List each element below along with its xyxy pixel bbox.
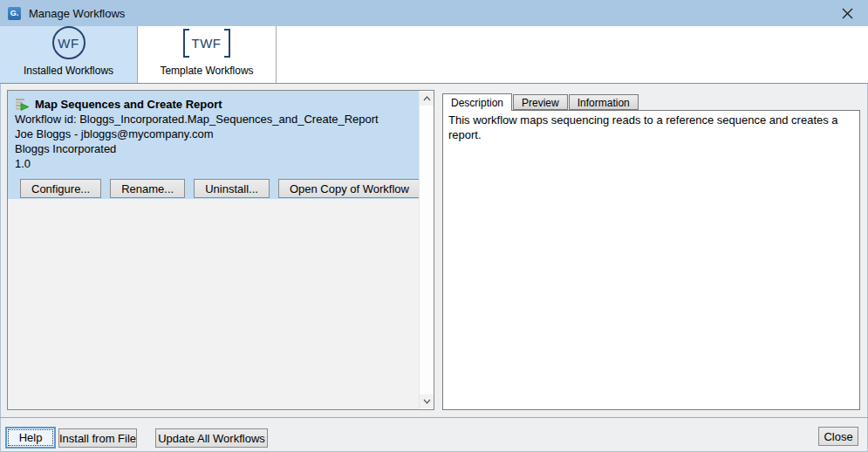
list-scrollbar[interactable] [419, 91, 434, 409]
scroll-up-icon[interactable] [420, 92, 434, 106]
rename-button[interactable]: Rename... [110, 179, 185, 198]
install-from-file-button[interactable]: Install from File [58, 428, 137, 448]
workflow-list-item-selected[interactable]: Map Sequences and Create Report Workflow… [8, 91, 419, 199]
details-panel: Description Preview Information This wor… [442, 93, 860, 410]
update-all-workflows-button[interactable]: Update All Workflows [155, 428, 268, 448]
template-workflows-icon: TWF [183, 26, 231, 59]
configure-button[interactable]: Configure... [20, 179, 101, 198]
workflow-author-line: Joe Bloggs - jbloggs@mycompany.com [15, 127, 412, 141]
manage-workflows-dialog: G. Manage Workflows WF Installed Workflo… [0, 0, 868, 452]
tab-description[interactable]: Description [442, 93, 512, 111]
workflow-icon [15, 98, 30, 111]
tab-information[interactable]: Information [569, 94, 639, 110]
description-text: This workflow maps sequencing reads to a… [442, 110, 860, 410]
installed-workflows-icon: WF [52, 26, 85, 59]
workbench-app-icon: G. [8, 7, 21, 20]
titlebar: G. Manage Workflows [0, 0, 868, 26]
close-button[interactable]: Close [818, 427, 858, 446]
help-button[interactable]: Help [5, 427, 56, 449]
details-tabbar: Description Preview Information [442, 93, 860, 110]
workflow-name: Map Sequences and Create Report [35, 98, 222, 111]
tab-template-workflows[interactable]: TWF Template Workflows [137, 26, 277, 83]
scroll-down-icon[interactable] [420, 394, 434, 408]
bracket-right [224, 29, 230, 58]
tab-label: Installed Workflows [24, 65, 113, 77]
twf-icon-text: TWF [189, 36, 225, 51]
main-tabstrip: WF Installed Workflows TWF Template Work… [0, 26, 868, 84]
workflow-list: Map Sequences and Create Report Workflow… [8, 91, 419, 409]
tab-label: Template Workflows [160, 65, 253, 77]
window-title: Manage Workflows [29, 7, 125, 20]
open-copy-of-workflow-button[interactable]: Open Copy of Workflow [278, 179, 419, 198]
tab-installed-workflows[interactable]: WF Installed Workflows [0, 26, 137, 83]
workflow-actions: Configure... Rename... Uninstall... Open… [20, 179, 412, 198]
close-icon[interactable] [831, 0, 863, 26]
uninstall-button[interactable]: Uninstall... [194, 179, 270, 198]
workflow-version: 1.0 [15, 157, 412, 171]
bracket-left [183, 29, 189, 58]
workflow-id-line: Workflow id: Bloggs_Incorporated.Map_Seq… [15, 113, 412, 127]
footer-divider [0, 417, 868, 418]
workflow-organization: Bloggs Incorporated [15, 142, 412, 156]
workflow-title-row: Map Sequences and Create Report [15, 96, 412, 112]
tab-preview[interactable]: Preview [513, 94, 568, 110]
workflow-list-panel: Map Sequences and Create Report Workflow… [7, 90, 434, 410]
